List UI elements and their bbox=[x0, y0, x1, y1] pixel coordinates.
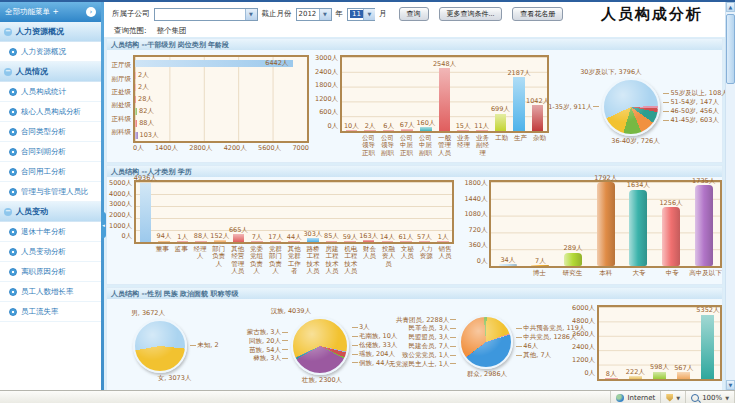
status-bar-message-area bbox=[0, 391, 611, 403]
sidebar-item[interactable]: 员工人数增长率 bbox=[0, 282, 101, 302]
pie-callout: 致公党党员, 1人 bbox=[402, 352, 456, 359]
gear-icon bbox=[9, 168, 17, 176]
month-select-value: 11 bbox=[350, 10, 363, 18]
pie-callout: 汉族, 4039人 bbox=[271, 308, 311, 315]
sidebar-menu: −人力资源概况人力资源概况−人员情况人员构成统计核心人员构成分析合同类型分析合同… bbox=[0, 22, 101, 322]
scroll-up-icon[interactable]: ▲ bbox=[726, 2, 735, 12]
category-label: 公司中层正职 bbox=[397, 135, 416, 157]
axis-tick-label: 4000人 bbox=[109, 191, 132, 198]
gear-icon bbox=[9, 268, 17, 276]
gear-icon bbox=[9, 128, 17, 136]
company-select[interactable]: ▼ bbox=[154, 8, 258, 21]
sidebar-item[interactable]: 员工流失率 bbox=[0, 302, 101, 322]
sidebar-section-header[interactable]: −人员变动 bbox=[0, 202, 101, 222]
plot-area: 6442人2人2人28人82人88人103人 bbox=[133, 55, 309, 143]
gear-icon bbox=[9, 48, 17, 56]
collapse-section-icon: − bbox=[4, 68, 12, 76]
view-roster-button[interactable]: 查看花名册 bbox=[512, 7, 563, 21]
bar bbox=[597, 182, 615, 266]
bar-slot: 598人 bbox=[647, 307, 671, 379]
sidebar-item-label: 管理与非管理人员比 bbox=[21, 187, 89, 197]
chevron-down-icon[interactable]: ▼ bbox=[319, 9, 331, 20]
month-select[interactable]: 11 ▼ bbox=[347, 8, 375, 21]
sidebar-item[interactable]: 合同到期分析 bbox=[0, 142, 101, 162]
bar-value-label: 303人 bbox=[303, 231, 322, 238]
category-axis: 公司领导正职公司领导副职公司中层正职公司中层副职一般管理人员业务经理业务副经理工… bbox=[340, 135, 549, 157]
pie-callouts-bottom: 群众, 2986人 bbox=[402, 371, 572, 378]
bar-value-label: 1042人 bbox=[526, 98, 549, 105]
bar-slot: 303人 bbox=[304, 182, 323, 242]
category-label: 一般管理人员 bbox=[435, 135, 454, 157]
category-label bbox=[340, 135, 359, 157]
bar-value-label: 15人 bbox=[456, 123, 471, 130]
more-conditions-button[interactable]: 更多查询条件... bbox=[439, 7, 503, 21]
pie-callout: 31-35岁, 911人 bbox=[544, 104, 599, 111]
sidebar-section-header[interactable]: −人力资源概况 bbox=[0, 22, 101, 42]
bar-slot: 7人 bbox=[248, 182, 267, 242]
pie-callout: 彝族, 3人 bbox=[253, 355, 288, 362]
zoom-control[interactable]: 100% ▼ bbox=[686, 391, 735, 403]
axis-tick-label: 2400人 bbox=[315, 69, 338, 76]
bar-value-label: 85人 bbox=[324, 233, 339, 240]
status-bar: Internet ▼ 100% ▼ bbox=[0, 390, 735, 403]
panel-body: 5000人4000人3000人2000人1000人0人4936人94人1人88人… bbox=[107, 177, 722, 284]
sidebar-item[interactable]: 合同类型分析 bbox=[0, 122, 101, 142]
sidebar-item[interactable]: 离职原因分析 bbox=[0, 262, 101, 282]
pie bbox=[602, 78, 660, 136]
axis-tick-label: 2400人 bbox=[572, 344, 595, 351]
axis-tick-label: 1000人 bbox=[109, 223, 132, 230]
gear-icon bbox=[9, 248, 17, 256]
axis-tick-label: 1200人 bbox=[315, 96, 338, 103]
sidebar-item-label: 核心人员构成分析 bbox=[21, 107, 81, 117]
category-label: 正厅级 bbox=[109, 61, 131, 70]
bar-slot: 10人 bbox=[342, 57, 361, 131]
chevron-down-icon[interactable]: ▼ bbox=[363, 9, 375, 20]
sidebar-item[interactable]: 合同用工分析 bbox=[0, 162, 101, 182]
bar bbox=[135, 96, 136, 103]
bar-value-label: 44人 bbox=[287, 234, 302, 241]
sidebar-item-label: 离职原因分析 bbox=[21, 267, 66, 277]
year-select[interactable]: 2012 ▼ bbox=[296, 8, 332, 21]
sidebar-header[interactable]: 全部功能菜单 + › bbox=[0, 2, 101, 22]
y-axis-ticks: 6000人4800人3600人2400人1200人0人 bbox=[572, 305, 597, 377]
axis-tick-label: 0人 bbox=[133, 144, 144, 153]
scroll-down-icon[interactable]: ▼ bbox=[726, 380, 735, 390]
scrollbar-track[interactable] bbox=[726, 12, 735, 380]
sidebar: 全部功能菜单 + › −人力资源概况人力资源概况−人员情况人员构成统计核心人员构… bbox=[0, 2, 101, 390]
bar bbox=[564, 253, 582, 266]
sidebar-item[interactable]: 管理与非管理人员比 bbox=[0, 182, 101, 202]
pie-callouts-bottom: 女, 3073人 bbox=[107, 375, 242, 382]
bar-value-label: 5352人 bbox=[696, 307, 719, 314]
pie-callout: 民建会员, 7人 bbox=[409, 343, 457, 350]
sidebar-item[interactable]: 人员构成统计 bbox=[0, 82, 101, 102]
plot-area: 10人2人6人67人160人2548人15人11人699人2187人1042人 bbox=[340, 55, 549, 133]
bar-value-label: 94人 bbox=[157, 233, 172, 240]
category-label bbox=[489, 270, 522, 277]
chevron-down-icon[interactable]: ▼ bbox=[245, 9, 257, 20]
axis-tick-label: 600人 bbox=[315, 109, 338, 116]
bar-slot: 222人 bbox=[623, 307, 647, 379]
bar bbox=[158, 241, 170, 242]
bar-value-label: 1792人 bbox=[594, 175, 617, 182]
panel-title: 人员结构 --性别 民族 政治面貌 职称等级 bbox=[111, 289, 239, 299]
plot-area: 8人222人598人567人5352人 bbox=[597, 305, 722, 381]
panel-body: 正厅级副厅级正处级副处级正科级副科级6442人2人2人28人82人88人103人… bbox=[107, 50, 722, 162]
pie-callouts-bottom: 36-40岁, 726人 bbox=[549, 138, 722, 145]
sidebar-collapse-arrow-icon[interactable]: › bbox=[86, 7, 96, 17]
sidebar-item[interactable]: 核心人员构成分析 bbox=[0, 102, 101, 122]
bar-slot: 57人 bbox=[415, 182, 434, 242]
sidebar-collapse-handle[interactable]: ◂ bbox=[101, 212, 106, 238]
y-axis-ticks: 3000人2400人1800人1200人600人0人 bbox=[315, 55, 340, 129]
category-label: 高中及以下 bbox=[689, 270, 722, 277]
sidebar-item[interactable]: 人力资源概况 bbox=[0, 42, 101, 62]
search-button[interactable]: 查询 bbox=[399, 7, 429, 21]
sidebar-section-header[interactable]: −人员情况 bbox=[0, 62, 101, 82]
protected-mode-pane[interactable]: ▼ bbox=[661, 391, 686, 403]
pie-callout: 其他, 7人 bbox=[516, 352, 572, 359]
sidebar-item[interactable]: 人员变动分析 bbox=[0, 242, 101, 262]
bar bbox=[140, 183, 152, 242]
sidebar-item[interactable]: 退休十年分析 bbox=[0, 222, 101, 242]
vertical-scrollbar[interactable]: ▲ ▼ bbox=[725, 2, 735, 390]
scrollbar-thumb[interactable] bbox=[726, 14, 735, 84]
category-label: 本科 bbox=[589, 270, 622, 277]
